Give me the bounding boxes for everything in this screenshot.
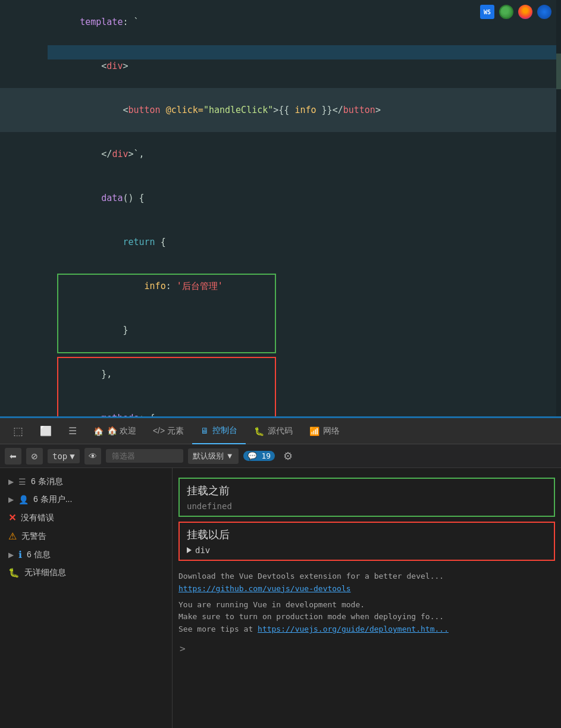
tab-welcome[interactable]: 🏠 🏠 欢迎: [85, 418, 145, 444]
info-token: info: [294, 105, 316, 115]
inspect-icon: ⬜: [40, 425, 52, 437]
code-line: return {: [0, 220, 561, 264]
info-line2: You are running Vue in development mode.: [178, 599, 555, 611]
chrome-icon[interactable]: [499, 5, 513, 19]
code-line: </div>`,: [0, 132, 561, 176]
before-mount-value: undefined: [187, 501, 547, 511]
error-icon: ✕: [8, 512, 16, 523]
code-line: },: [0, 352, 561, 396]
code-line-highlighted: <button @click="handleClick">{{ info }}<…: [0, 88, 561, 132]
expand-icon: ▶: [8, 478, 14, 486]
firefox-icon[interactable]: [518, 5, 532, 19]
tab-device[interactable]: ☰: [60, 418, 85, 444]
code-line: info: '后台管理': [0, 264, 561, 308]
list-icon: ☰: [18, 477, 26, 487]
messages-label: 6 条消息: [31, 476, 63, 487]
user-messages-label: 6 条用户...: [33, 494, 72, 505]
gear-icon: ⚙: [283, 450, 293, 463]
top-label: top: [52, 451, 67, 461]
info-line3: Make sure to turn on production mode whe…: [178, 611, 555, 623]
code-line: }: [0, 308, 561, 352]
warning-icon: ⚠: [8, 531, 17, 542]
info-line4: See more tips at: [178, 625, 253, 633]
info-icon: ℹ: [18, 549, 22, 560]
tab-console-icon: 🖥: [200, 426, 209, 435]
before-mount-label: 挂载之前: [187, 484, 547, 498]
tab-elements-label: </> 元素: [153, 426, 184, 437]
badge-icon: 💬: [247, 451, 257, 460]
errors-label: 没有错误: [21, 513, 54, 523]
back-button[interactable]: ⬅: [5, 448, 21, 465]
tab-network-icon: 📶: [309, 426, 319, 436]
warnings-label: 无警告: [21, 531, 46, 542]
pointer-icon: ⬚: [13, 425, 23, 438]
sidebar-item-user-messages[interactable]: ▶ 👤 6 条用户...: [0, 491, 172, 509]
code-line: data() {: [0, 176, 561, 220]
back-icon: ⬅: [10, 451, 17, 461]
devtools-toolbar: ⬅ ⊘ top ▼ 👁 默认级别 ▼ 💬 19 ⚙: [0, 444, 561, 468]
level-dropdown-icon: ▼: [226, 451, 234, 460]
message-count-badge: 💬 19: [243, 451, 275, 461]
tab-console[interactable]: 🖥 控制台: [192, 418, 246, 444]
eye-icon: 👁: [89, 451, 97, 461]
scrollbar-track: [556, 0, 561, 416]
sidebar-item-warnings[interactable]: ⚠ 无警告: [0, 527, 172, 545]
code-editor: template: ` <div> <button @click="handle…: [0, 0, 561, 416]
eye-button[interactable]: 👁: [84, 448, 101, 465]
deployment-link[interactable]: https://vuejs.org/guide/deployment.htm..…: [258, 625, 449, 633]
scrollbar-thumb[interactable]: [556, 54, 561, 89]
tab-inspect[interactable]: ⬜: [32, 418, 60, 444]
tab-elements[interactable]: </> 元素: [145, 418, 192, 444]
devtools-link[interactable]: https://github.com/vuejs/vue-devtools: [178, 584, 351, 593]
div-element-label: div: [195, 545, 210, 555]
device-icon: ☰: [68, 425, 77, 437]
tab-welcome-icon: 🏠: [93, 426, 104, 436]
webstorm-icon[interactable]: WS: [480, 5, 494, 19]
sidebar-item-messages[interactable]: ▶ ☰ 6 条消息: [0, 473, 172, 491]
edge-icon[interactable]: [537, 5, 551, 19]
top-button[interactable]: top ▼: [48, 449, 80, 463]
block-button[interactable]: ⊘: [26, 448, 43, 465]
settings-button[interactable]: ⚙: [280, 448, 296, 465]
expand-triangle: [187, 547, 192, 553]
expand-icon2: ▶: [8, 495, 14, 504]
expand-icon3: ▶: [8, 551, 14, 559]
level-label: 默认级别: [193, 451, 224, 462]
tab-pointer[interactable]: ⬚: [5, 418, 32, 444]
bug-icon: 🐛: [8, 567, 20, 578]
console-output: 挂载之前 undefined 挂载以后 div Download the Vue…: [173, 468, 561, 728]
badge-count: 19: [261, 451, 271, 460]
level-button[interactable]: 默认级别 ▼: [188, 448, 239, 464]
sidebar-item-errors[interactable]: ✕ 没有错误: [0, 509, 172, 527]
sidebar-item-verbose[interactable]: 🐛 无详细信息: [0, 564, 172, 582]
browser-icons-bar: WS: [480, 5, 551, 19]
before-mount-output: 挂载之前 undefined: [178, 478, 555, 517]
devtools-panel: ⬚ ⬜ ☰ 🏠 🏠 欢迎 </> 元素 🖥 控制台 🐛 源代码 📶 网络: [0, 416, 561, 728]
tab-console-label: 控制台: [212, 425, 237, 436]
devtools-tabs: ⬚ ⬜ ☰ 🏠 🏠 欢迎 </> 元素 🖥 控制台 🐛 源代码 📶 网络: [0, 418, 561, 444]
mounted-output: 挂载以后 div: [178, 522, 555, 561]
tab-welcome-label: 🏠 欢迎: [107, 426, 136, 437]
dropdown-icon: ▼: [70, 451, 74, 461]
console-info-block: Download the Vue Devtools extension for …: [173, 566, 561, 641]
console-prompt[interactable]: >: [173, 641, 561, 657]
info-label: 6 信息: [27, 550, 51, 560]
tab-sources-label: 源代码: [268, 426, 293, 437]
verbose-label: 无详细信息: [24, 567, 66, 578]
code-line: methods: {: [0, 396, 561, 416]
devtools-main-content: ▶ ☰ 6 条消息 ▶ 👤 6 条用户... ✕ 没有错误 ⚠ 无警告: [0, 468, 561, 728]
tab-sources[interactable]: 🐛 源代码: [246, 418, 301, 444]
filter-input[interactable]: [106, 449, 183, 463]
info-line1: Download the Vue Devtools extension for …: [178, 570, 555, 583]
code-line: <div>: [0, 44, 561, 88]
tab-network-label: 网络: [323, 426, 340, 437]
sidebar-item-info[interactable]: ▶ ℹ 6 信息: [0, 545, 172, 564]
block-icon: ⊘: [31, 451, 38, 461]
mounted-label: 挂载以后: [187, 528, 547, 542]
console-sidebar: ▶ ☰ 6 条消息 ▶ 👤 6 条用户... ✕ 没有错误 ⚠ 无警告: [0, 468, 173, 728]
user-icon: 👤: [18, 495, 29, 504]
mounted-div-row[interactable]: div: [187, 545, 547, 555]
tab-network[interactable]: 📶 网络: [301, 418, 348, 444]
code-line: template: `: [0, 0, 561, 44]
tab-sources-icon: 🐛: [254, 426, 264, 436]
